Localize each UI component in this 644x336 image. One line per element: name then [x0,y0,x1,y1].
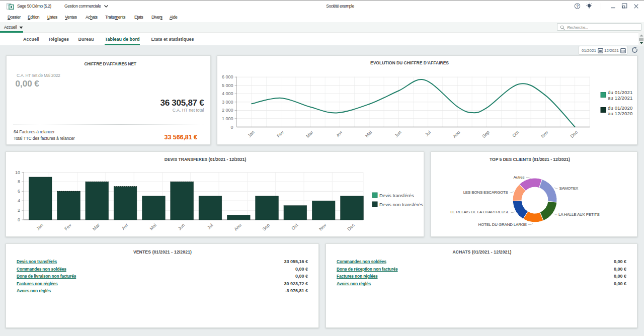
svg-text:2 000: 2 000 [222,108,233,113]
svg-text:3 000: 3 000 [222,100,233,105]
svg-text:6 000: 6 000 [222,74,233,79]
svg-text:Aou: Aou [233,222,242,231]
svg-text:Fev: Fev [63,222,72,231]
svg-text:Mar: Mar [305,130,314,139]
svg-text:4 000: 4 000 [222,91,233,96]
svg-text:4: 4 [18,198,20,203]
svg-text:Jul: Jul [206,222,214,230]
svg-text:Nov: Nov [540,129,549,139]
svg-text:Fev: Fev [276,129,285,138]
svg-text:Sep: Sep [481,130,490,139]
svg-text:Jul: Jul [424,130,432,137]
svg-text:Mar: Mar [92,222,101,231]
svg-text:Avr: Avr [121,222,129,231]
svg-text:Oct: Oct [290,222,299,231]
svg-text:Mai: Mai [364,130,373,138]
svg-text:10: 10 [15,170,20,175]
svg-text:2: 2 [18,208,20,213]
svg-text:Aou: Aou [452,130,461,139]
svg-text:Jan: Jan [35,222,44,231]
svg-text:Avr: Avr [335,130,344,138]
svg-text:Mai: Mai [148,222,157,231]
svg-text:Jan: Jan [247,130,255,138]
svg-text:6: 6 [18,189,20,194]
svg-text:Oct: Oct [511,130,520,138]
svg-text:Jun: Jun [393,130,402,138]
svg-text:Sep: Sep [262,222,271,231]
svg-text:5 000: 5 000 [222,83,233,88]
svg-text:Dec: Dec [570,129,579,139]
svg-text:8: 8 [18,179,20,184]
svg-text:Nov: Nov [318,222,328,232]
svg-text:0: 0 [230,125,233,130]
svg-text:?: ? [576,4,579,9]
svg-text:1 000: 1 000 [222,116,233,121]
svg-text:0: 0 [18,217,20,222]
svg-text:Jun: Jun [177,222,186,231]
svg-text:Dec: Dec [346,222,356,232]
